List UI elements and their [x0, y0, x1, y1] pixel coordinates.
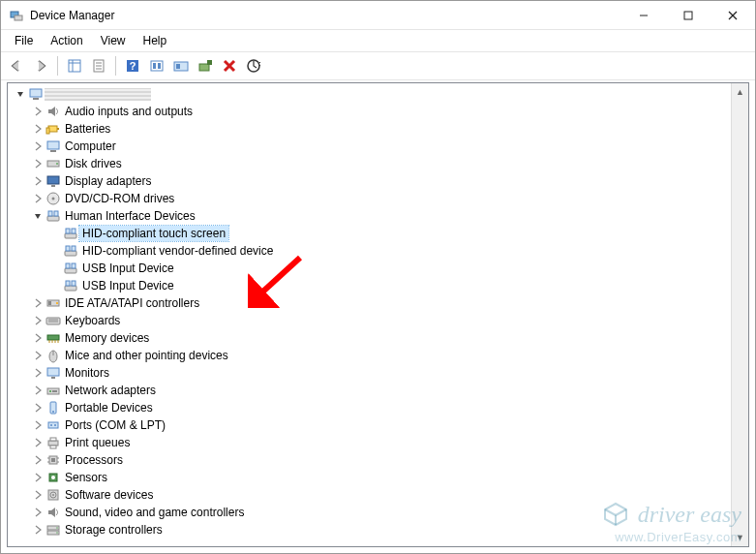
cpu-icon — [45, 452, 62, 468]
vertical-scrollbar[interactable]: ▲ ▼ — [731, 83, 748, 546]
mouse-icon — [45, 348, 62, 363]
svg-rect-28 — [57, 128, 59, 130]
chevron-right-icon[interactable] — [31, 159, 45, 169]
svg-rect-46 — [72, 246, 76, 251]
tree-category[interactable]: Storage controllers — [10, 521, 731, 539]
chevron-right-icon[interactable] — [31, 525, 45, 535]
maximize-button[interactable] — [666, 1, 711, 30]
tree-item-label: DVD/CD-ROM drives — [62, 191, 177, 206]
chevron-right-icon[interactable] — [31, 194, 45, 203]
toolbar-properties-button[interactable] — [87, 54, 110, 77]
tree-category[interactable]: Batteries — [10, 120, 731, 138]
svg-rect-47 — [65, 268, 76, 273]
storage-icon — [45, 522, 62, 538]
svg-rect-31 — [50, 150, 56, 152]
menu-view[interactable]: View — [93, 32, 134, 49]
tree-category[interactable]: Print queues — [10, 434, 731, 451]
tree-category[interactable]: Portable Devices — [10, 399, 731, 416]
disk-icon — [45, 156, 62, 171]
tree-category[interactable]: Monitors — [10, 364, 731, 382]
chevron-down-icon[interactable] — [31, 211, 45, 221]
hid-icon — [62, 243, 79, 259]
tree-item-label: Mice and other pointing devices — [62, 348, 231, 363]
tree-category[interactable]: IDE ATA/ATAPI controllers — [10, 294, 731, 312]
chevron-right-icon[interactable] — [31, 176, 45, 186]
svg-point-75 — [54, 424, 56, 426]
tree-category[interactable]: Audio inputs and outputs — [10, 103, 731, 120]
chevron-right-icon[interactable] — [31, 455, 45, 465]
tree-device[interactable]: USB Input Device — [10, 277, 731, 294]
chevron-right-icon[interactable] — [31, 490, 45, 500]
tree-category[interactable]: Software devices — [10, 486, 731, 504]
tree-category[interactable]: Human Interface Devices — [10, 207, 731, 225]
tree-category[interactable]: Mice and other pointing devices — [10, 347, 731, 364]
tree-device[interactable]: HID-compliant touch screen — [10, 225, 731, 242]
port-icon — [45, 417, 62, 433]
tree-device[interactable]: USB Input Device — [10, 260, 731, 277]
device-tree[interactable]: Audio inputs and outputsBatteriesCompute… — [8, 83, 731, 546]
svg-rect-66 — [47, 368, 59, 376]
battery-icon — [45, 121, 62, 137]
tree-category[interactable]: Display adapters — [10, 172, 731, 190]
tree-category[interactable]: Sensors — [10, 469, 731, 486]
chevron-right-icon[interactable] — [31, 124, 45, 134]
toolbar-action-tool-button[interactable] — [145, 54, 168, 77]
chevron-right-icon[interactable] — [31, 403, 45, 413]
svg-rect-30 — [47, 141, 59, 149]
tree-category[interactable]: DVD/CD-ROM drives — [10, 190, 731, 207]
tree-category[interactable]: Memory devices — [10, 329, 731, 347]
chevron-right-icon[interactable] — [31, 316, 45, 325]
tree-category[interactable]: Network adapters — [10, 382, 731, 399]
chevron-right-icon[interactable] — [31, 473, 45, 482]
chevron-down-icon[interactable] — [14, 89, 27, 99]
hid-icon — [45, 208, 62, 224]
chevron-right-icon[interactable] — [31, 385, 45, 395]
chevron-right-icon[interactable] — [31, 351, 45, 360]
tree-item-label: Monitors — [62, 365, 112, 381]
window-title: Device Manager — [30, 9, 114, 22]
toolbar-help-button[interactable]: ? — [121, 54, 144, 77]
toolbar-back-button[interactable] — [5, 54, 28, 77]
svg-rect-76 — [48, 441, 58, 446]
toolbar-show-hide-button[interactable] — [63, 54, 86, 77]
optical-icon — [45, 191, 62, 206]
svg-rect-80 — [51, 458, 55, 462]
toolbar-add-hw-button[interactable] — [194, 54, 217, 77]
svg-point-33 — [56, 163, 58, 165]
chevron-right-icon[interactable] — [31, 420, 45, 430]
svg-rect-67 — [51, 377, 55, 379]
chevron-right-icon[interactable] — [31, 141, 45, 151]
tree-category[interactable]: Computer — [10, 138, 731, 155]
close-button[interactable] — [711, 1, 755, 30]
chevron-right-icon[interactable] — [31, 368, 45, 378]
tree-category[interactable]: Ports (COM & LPT) — [10, 416, 731, 434]
svg-rect-29 — [46, 128, 49, 134]
toolbar-uninstall-button[interactable] — [218, 54, 241, 77]
chevron-right-icon[interactable] — [31, 107, 45, 116]
chevron-right-icon[interactable] — [31, 438, 45, 447]
menu-help[interactable]: Help — [136, 32, 175, 49]
toolbar-forward-button[interactable] — [29, 54, 52, 77]
chevron-right-icon[interactable] — [31, 333, 45, 343]
menu-action[interactable]: Action — [43, 32, 90, 49]
chevron-right-icon[interactable] — [31, 298, 45, 308]
chevron-right-icon[interactable] — [31, 508, 45, 517]
minimize-button[interactable] — [621, 1, 666, 30]
tree-item-label: USB Input Device — [79, 261, 177, 276]
scroll-down-button[interactable]: ▼ — [732, 529, 748, 546]
tree-category[interactable]: Keyboards — [10, 312, 731, 329]
svg-point-55 — [56, 302, 58, 304]
tree-category[interactable]: Processors — [10, 451, 731, 469]
svg-point-92 — [56, 527, 58, 529]
tree-category[interactable]: Disk drives — [10, 155, 731, 172]
scroll-up-button[interactable]: ▲ — [732, 83, 748, 101]
tree-device[interactable]: HID-compliant vendor-defined device — [10, 242, 731, 260]
toolbar-show-hidden-button[interactable] — [169, 54, 193, 77]
tree-item-label: Sensors — [62, 470, 110, 485]
display-icon — [45, 173, 62, 189]
hid-icon — [62, 278, 79, 293]
tree-category[interactable]: Sound, video and game controllers — [10, 504, 731, 521]
tree-root[interactable] — [10, 85, 731, 103]
menu-file[interactable]: File — [7, 32, 41, 49]
toolbar-scan-button[interactable] — [242, 54, 265, 77]
